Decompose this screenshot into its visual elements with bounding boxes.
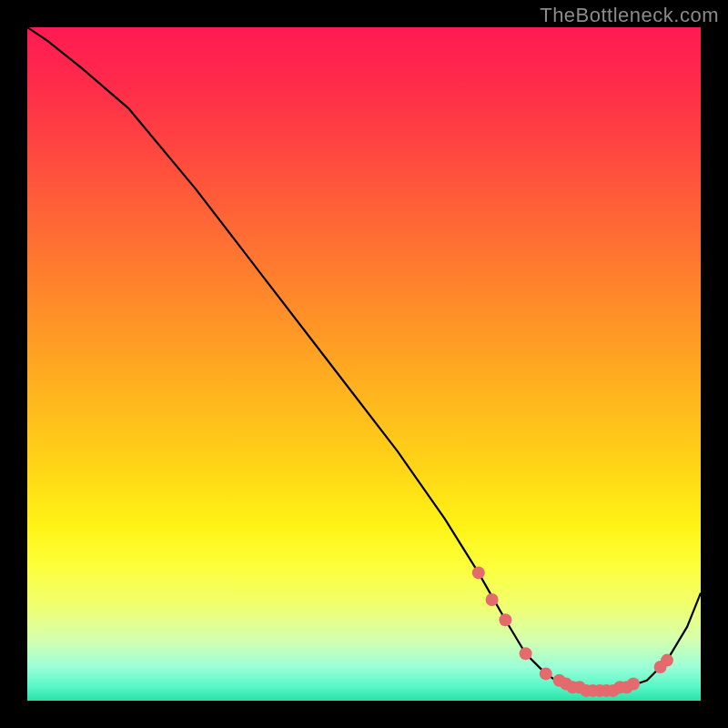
- marker-group: [472, 566, 673, 697]
- data-marker: [627, 678, 640, 691]
- data-marker: [661, 654, 673, 667]
- plot-area: [27, 27, 701, 701]
- data-marker: [472, 566, 485, 579]
- data-marker: [499, 613, 511, 626]
- data-marker: [486, 593, 499, 606]
- bottleneck-curve: [27, 27, 701, 694]
- watermark-text: TheBottleneck.com: [540, 4, 719, 27]
- data-marker: [520, 647, 532, 660]
- curve-layer: [27, 27, 701, 701]
- chart-frame: TheBottleneck.com: [0, 0, 728, 728]
- data-marker: [540, 667, 552, 680]
